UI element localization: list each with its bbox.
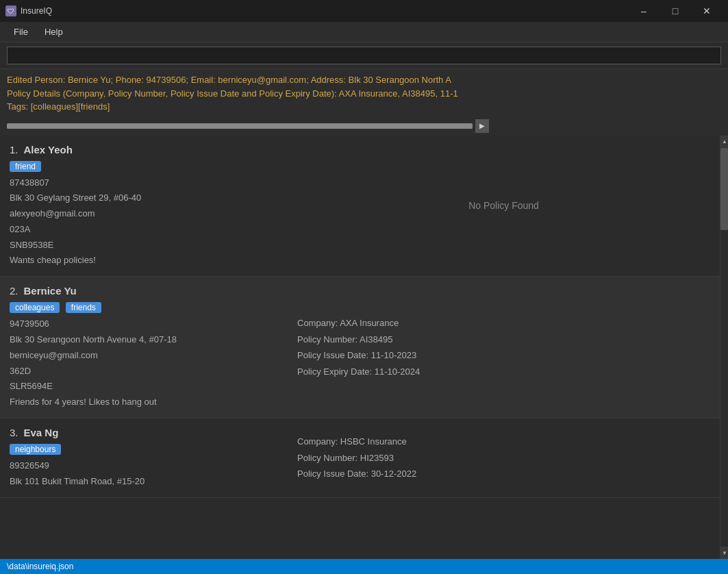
person-name-2: Bernice Yu xyxy=(24,285,77,297)
notification-line3: Tags: [colleagues][friends] xyxy=(7,100,721,116)
scroll-down-button[interactable]: ▼ xyxy=(720,547,728,559)
person-address-3: Blk 101 Bukit Timah Road, #15-20 xyxy=(10,475,284,489)
policy-number-3: Policy Number: HI23593 xyxy=(297,450,710,466)
menu-file[interactable]: File xyxy=(5,24,36,40)
window-controls: – □ ✕ xyxy=(628,0,723,22)
person-postal-1: 023A xyxy=(10,223,284,237)
person-tags-2: colleagues friends xyxy=(10,301,284,316)
person-card-2: 2. Bernice Yu colleagues friends 9473950… xyxy=(0,277,720,419)
tag-friends-2: friends xyxy=(66,302,101,313)
menu-help[interactable]: Help xyxy=(36,24,71,40)
scroll-right-button[interactable]: ▶ xyxy=(475,119,489,133)
person-address-1: Blk 30 Geylang Street 29, #06-40 xyxy=(10,191,284,205)
status-bar: \data\insureiq.json xyxy=(0,559,728,574)
person-address-2: Blk 30 Serangoon North Avenue 4, #07-18 xyxy=(10,333,284,347)
notification-bar: Edited Person: Bernice Yu; Phone: 947395… xyxy=(0,68,728,136)
person-name-1: Alex Yeoh xyxy=(24,144,73,155)
main-content: 1. Alex Yeoh friend 87438807 Blk 30 Geyl… xyxy=(0,136,728,560)
policy-expiry-2: Policy Expiry Date: 11-10-2024 xyxy=(297,364,710,379)
policy-number-2: Policy Number: AI38495 xyxy=(297,332,710,347)
person-tags-1: friend xyxy=(10,160,284,175)
person-name-3: Eva Ng xyxy=(24,427,59,438)
horizontal-scrollbar[interactable] xyxy=(7,123,473,129)
policy-company-3: Company: HSBC Insurance xyxy=(297,434,710,449)
app-icon: 🛡 xyxy=(5,5,16,16)
person-header-1: 1. Alex Yeoh xyxy=(10,144,284,155)
person-num-2: 2. xyxy=(10,285,18,297)
close-button[interactable]: ✕ xyxy=(691,0,723,22)
person-right-3: Company: HSBC Insurance Policy Number: H… xyxy=(284,427,710,489)
person-tags-3: neighbours xyxy=(10,442,284,458)
person-left-2: 2. Bernice Yu colleagues friends 9473950… xyxy=(10,285,284,410)
title-bar: 🛡 InsureIQ – □ ✕ xyxy=(0,0,728,22)
person-email-1: alexyeoh@gmail.com xyxy=(10,207,284,221)
person-card-3: 3. Eva Ng neighbours 89326549 Blk 101 Bu… xyxy=(0,419,720,498)
tag-friend-1: friend xyxy=(10,161,41,172)
policy-issue-2: Policy Issue Date: 11-10-2023 xyxy=(297,347,710,363)
notification-line2: Policy Details (Company, Policy Number, … xyxy=(7,87,721,101)
person-header-2: 2. Bernice Yu xyxy=(10,285,284,297)
person-num-1: 1. xyxy=(10,144,18,155)
policy-company-2: Company: AXA Insurance xyxy=(297,315,710,331)
person-phone-3: 89326549 xyxy=(10,459,284,473)
tag-colleagues-2: colleagues xyxy=(10,302,60,313)
person-nric-1: SNB9538E xyxy=(10,238,284,253)
search-bar xyxy=(0,42,728,68)
policy-issue-3: Policy Issue Date: 30-12-2022 xyxy=(297,466,710,482)
notification-line1: Edited Person: Bernice Yu; Phone: 947395… xyxy=(7,73,721,87)
status-path: \data\insureiq.json xyxy=(7,562,73,571)
minimize-button[interactable]: – xyxy=(628,0,660,22)
maximize-button[interactable]: □ xyxy=(660,0,691,22)
horizontal-scrollbar-thumb[interactable] xyxy=(7,123,473,129)
person-notes-2: Friends for 4 years! Likes to hang out xyxy=(10,395,284,410)
vertical-scrollbar: ▲ ▼ xyxy=(720,136,728,560)
results-list: 1. Alex Yeoh friend 87438807 Blk 30 Geyl… xyxy=(0,136,720,560)
scroll-indicator: ▶ xyxy=(7,116,721,136)
person-left-3: 3. Eva Ng neighbours 89326549 Blk 101 Bu… xyxy=(10,427,284,489)
search-input[interactable] xyxy=(7,47,721,64)
person-right-2: Company: AXA Insurance Policy Number: AI… xyxy=(284,285,710,410)
person-nric-2: SLR5694E xyxy=(10,379,284,394)
person-left-1: 1. Alex Yeoh friend 87438807 Blk 30 Geyl… xyxy=(10,144,284,269)
no-policy-1: No Policy Found xyxy=(297,186,710,225)
person-notes-1: Wants cheap policies! xyxy=(10,253,284,268)
scrollbar-track xyxy=(720,148,728,547)
person-card-1: 1. Alex Yeoh friend 87438807 Blk 30 Geyl… xyxy=(0,136,720,277)
person-header-3: 3. Eva Ng xyxy=(10,427,284,438)
title-bar-left: 🛡 InsureIQ xyxy=(5,5,52,16)
person-num-3: 3. xyxy=(10,427,18,438)
person-phone-1: 87438807 xyxy=(10,176,284,190)
person-postal-2: 362D xyxy=(10,364,284,379)
person-email-2: berniceyu@gmail.com xyxy=(10,349,284,363)
tag-neighbours-3: neighbours xyxy=(10,444,61,455)
person-right-1: No Policy Found xyxy=(284,144,710,269)
menu-bar: File Help xyxy=(0,22,728,42)
scrollbar-thumb[interactable] xyxy=(720,148,728,230)
app-title: InsureIQ xyxy=(21,6,52,16)
scroll-up-button[interactable]: ▲ xyxy=(720,136,728,148)
person-phone-2: 94739506 xyxy=(10,317,284,332)
